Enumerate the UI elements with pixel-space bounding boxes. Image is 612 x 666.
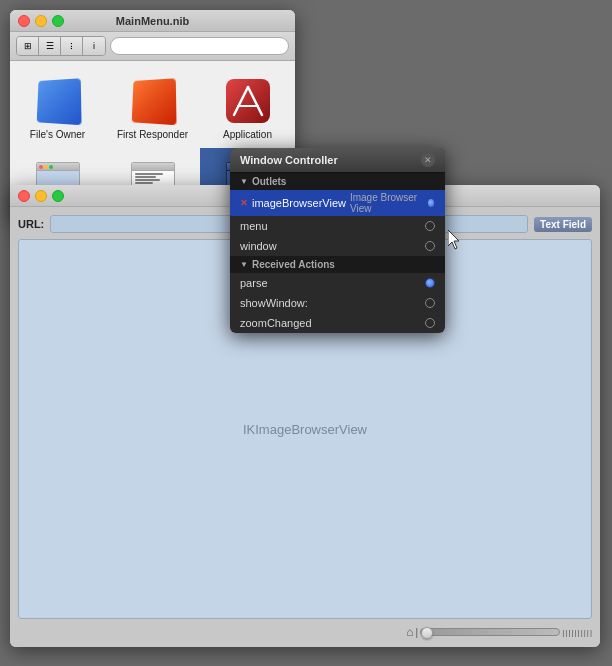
application-item[interactable]: Application xyxy=(200,69,295,148)
outlets-label: Outlets xyxy=(252,176,286,187)
ib-close-btn[interactable] xyxy=(18,190,30,202)
radio-zoomchanged[interactable] xyxy=(425,318,435,328)
first-responder-item[interactable]: First Responder xyxy=(105,69,200,148)
first-responder-icon xyxy=(129,77,177,125)
list-view-btn[interactable]: ☰ xyxy=(39,37,61,55)
radio-menu[interactable] xyxy=(425,221,435,231)
received-actions-label: Received Actions xyxy=(252,259,335,270)
radio-parse[interactable] xyxy=(425,278,435,288)
application-icon xyxy=(224,77,272,125)
received-actions-header: ▼ Received Actions xyxy=(230,256,445,273)
received-actions-triangle: ▼ xyxy=(240,260,248,269)
ik-view-label: IKImageBrowserView xyxy=(243,422,367,437)
window-title: MainMenu.nib xyxy=(116,15,189,27)
popup-row-showwindow[interactable]: showWindow: xyxy=(230,293,445,313)
zoom-home-icon: ⌂ xyxy=(406,625,413,639)
maximize-button[interactable] xyxy=(52,15,64,27)
toolbar: ⊞ ☰ ⫶ i xyxy=(10,32,295,61)
zoom-slider[interactable] xyxy=(420,628,560,636)
close-button[interactable] xyxy=(18,15,30,27)
row-value-imagebrowserview: Image Browser View xyxy=(350,192,423,214)
grid-view-btn[interactable]: ⊞ xyxy=(17,37,39,55)
traffic-lights[interactable] xyxy=(18,15,64,27)
window-controller-popup: Window Controller ✕ ▼ Outlets ✕ imageBro… xyxy=(230,148,445,333)
svg-rect-0 xyxy=(226,79,270,123)
outlets-triangle: ▼ xyxy=(240,177,248,186)
text-field-badge: Text Field xyxy=(534,217,592,232)
window-titlebar: MainMenu.nib xyxy=(10,10,295,32)
ib-min-btn[interactable] xyxy=(35,190,47,202)
row-label-window: window xyxy=(240,240,421,252)
popup-row-zoomchanged[interactable]: zoomChanged xyxy=(230,313,445,333)
popup-close-btn[interactable]: ✕ xyxy=(421,153,435,167)
popup-row-menu[interactable]: menu xyxy=(230,216,445,236)
column-view-btn[interactable]: ⫶ xyxy=(61,37,83,55)
application-label: Application xyxy=(223,129,272,140)
view-toggle-group[interactable]: ⊞ ☰ ⫶ i xyxy=(16,36,106,56)
popup-row-imagebrowserview[interactable]: ✕ imageBrowserView Image Browser View xyxy=(230,190,445,216)
row-label-imagebrowserview: imageBrowserView xyxy=(252,197,346,209)
zoom-thumb[interactable] xyxy=(421,627,433,639)
minimize-button[interactable] xyxy=(35,15,47,27)
row-label-zoomchanged: zoomChanged xyxy=(240,317,421,329)
outlets-section-header: ▼ Outlets xyxy=(230,173,445,190)
popup-header: Window Controller ✕ xyxy=(230,148,445,173)
popup-title: Window Controller xyxy=(240,154,338,166)
files-owner-item[interactable]: File's Owner xyxy=(10,69,105,148)
ib-traffic-lights[interactable] xyxy=(18,190,64,202)
zoom-min-icon: | xyxy=(416,627,419,638)
files-owner-icon xyxy=(34,77,82,125)
first-responder-label: First Responder xyxy=(117,129,188,140)
radio-showwindow[interactable] xyxy=(425,298,435,308)
popup-row-parse[interactable]: parse xyxy=(230,273,445,293)
popup-row-window[interactable]: window xyxy=(230,236,445,256)
radio-imagebrowserview[interactable] xyxy=(427,198,435,208)
row-label-parse: parse xyxy=(240,277,421,289)
remove-icon: ✕ xyxy=(240,198,248,208)
row-label-showwindow: showWindow: xyxy=(240,297,421,309)
url-label: URL: xyxy=(18,218,44,230)
ib-max-btn[interactable] xyxy=(52,190,64,202)
files-owner-label: File's Owner xyxy=(30,129,85,140)
row-label-menu: menu xyxy=(240,220,421,232)
zoom-ticks: |||||||||| xyxy=(562,628,592,637)
info-btn[interactable]: i xyxy=(83,37,105,55)
zoom-row: ⌂ | |||||||||| xyxy=(18,625,592,639)
radio-window[interactable] xyxy=(425,241,435,251)
search-input[interactable] xyxy=(110,37,289,55)
